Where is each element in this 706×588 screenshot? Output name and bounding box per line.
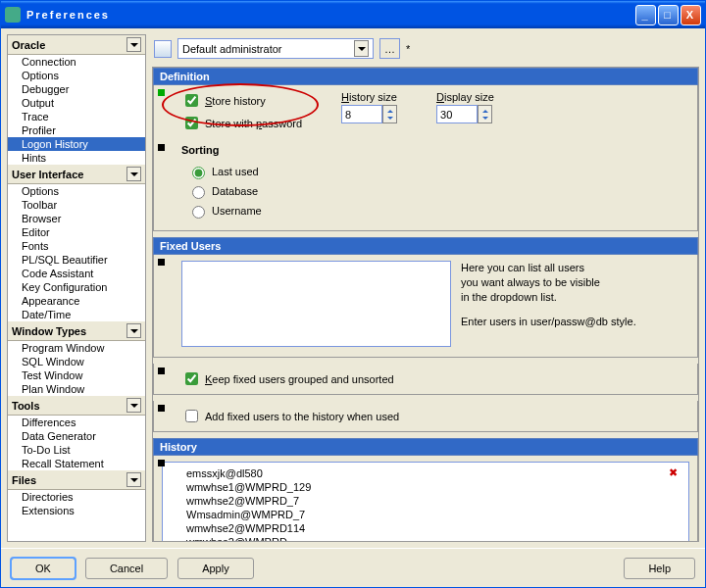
minimize-button[interactable]: _ xyxy=(635,5,656,25)
close-button[interactable]: X xyxy=(681,5,701,25)
tree-category[interactable]: User Interface xyxy=(8,165,145,184)
sort-database-radio[interactable]: Database xyxy=(162,181,689,201)
admin-more-button[interactable]: … xyxy=(379,38,400,59)
section-bullet xyxy=(158,89,165,96)
history-item[interactable]: wmwhse2@WMPRD xyxy=(186,535,665,542)
tree-category[interactable]: Files xyxy=(8,470,145,490)
help-button[interactable]: Help xyxy=(624,558,695,579)
tree-item[interactable]: Profiler xyxy=(8,123,145,137)
tree-item[interactable]: Code Assistant xyxy=(8,267,145,280)
tree-item[interactable]: To-Do List xyxy=(8,443,145,457)
section-bullet xyxy=(158,144,165,151)
sorting-label: Sorting xyxy=(162,142,689,162)
cancel-button[interactable]: Cancel xyxy=(85,558,168,579)
section-bullet xyxy=(158,368,165,374)
section-bullet xyxy=(158,405,165,412)
tree-item[interactable]: Trace xyxy=(8,110,145,123)
chevron-down-icon[interactable] xyxy=(354,40,369,57)
fixed-users-textarea[interactable] xyxy=(181,261,451,347)
tree-item[interactable]: Logon History xyxy=(8,137,145,151)
tree-item[interactable]: Program Window xyxy=(8,341,145,355)
sort-username-radio[interactable]: Username xyxy=(162,201,689,220)
tree-item[interactable]: Data Generator xyxy=(8,429,145,443)
admin-combo[interactable]: Default administrator xyxy=(177,38,374,59)
tree-item[interactable]: Directories xyxy=(8,490,145,504)
tree-item[interactable]: PL/SQL Beautifier xyxy=(8,253,145,267)
category-tree[interactable]: OracleConnectionOptionsDebuggerOutputTra… xyxy=(7,34,146,542)
store-history-check[interactable]: SStore historytore history xyxy=(181,91,302,110)
admin-label: Default administrator xyxy=(182,43,282,55)
tree-item[interactable]: Output xyxy=(8,96,145,110)
ok-button[interactable]: OK xyxy=(11,558,76,579)
tree-item[interactable]: Hints xyxy=(8,151,145,165)
modified-star: * xyxy=(406,43,410,55)
store-password-check[interactable]: Store with password xyxy=(181,114,302,132)
chevron-down-icon[interactable] xyxy=(126,398,141,413)
settings-panel[interactable]: Definition SStore historytore history St… xyxy=(152,67,699,542)
definition-header: Definition xyxy=(153,68,698,85)
tree-item[interactable]: SQL Window xyxy=(8,355,145,368)
tree-item[interactable]: Debugger xyxy=(8,82,145,96)
window-title: Preferences xyxy=(26,9,110,21)
add-to-history-check[interactable]: Add fixed users to the history when used xyxy=(162,407,689,425)
history-header: History xyxy=(153,438,698,456)
tree-item[interactable]: Key Configuration xyxy=(8,280,145,294)
section-bullet xyxy=(158,259,165,266)
tree-item[interactable]: Test Window xyxy=(8,368,145,382)
tree-item[interactable]: Editor xyxy=(8,225,145,239)
display-size-label: Display size xyxy=(436,91,494,103)
maximize-button[interactable]: □ xyxy=(658,5,679,25)
history-size-spinner[interactable] xyxy=(341,105,397,123)
fixed-users-hint: Here you can list all usersyou want alwa… xyxy=(461,261,636,347)
tree-item[interactable]: Options xyxy=(8,184,145,198)
tree-item[interactable]: Recall Statement xyxy=(8,457,145,470)
history-item[interactable]: wmwhse2@WMPRD114 xyxy=(186,521,665,535)
history-item[interactable]: wmwhse2@WMPRD_7 xyxy=(186,494,665,508)
apply-button[interactable]: Apply xyxy=(177,558,254,579)
chevron-down-icon[interactable] xyxy=(126,323,141,338)
tree-item[interactable]: Extensions xyxy=(8,504,145,517)
keep-grouped-check[interactable]: Keep fixed users grouped and unsorted xyxy=(162,369,689,388)
history-item[interactable]: Wmsadmin@WMPRD_7 xyxy=(186,508,665,521)
chevron-down-icon[interactable] xyxy=(126,37,141,52)
history-item[interactable]: wmwhse1@WMPRD_129 xyxy=(186,480,665,494)
admin-icon xyxy=(154,40,172,58)
tree-item[interactable]: Browser xyxy=(8,212,145,225)
tree-category[interactable]: Window Types xyxy=(8,321,145,341)
section-bullet xyxy=(158,460,165,466)
display-size-spinner[interactable] xyxy=(436,105,494,123)
chevron-down-icon[interactable] xyxy=(126,167,141,181)
tree-category[interactable]: Tools xyxy=(8,396,145,416)
tree-item[interactable]: Options xyxy=(8,69,145,82)
fixed-users-header: Fixed Users xyxy=(153,237,698,255)
tree-item[interactable]: Toolbar xyxy=(8,198,145,212)
delete-history-icon[interactable]: ✖ xyxy=(669,463,688,542)
tree-category[interactable]: Oracle xyxy=(8,35,145,55)
app-icon xyxy=(5,7,21,23)
history-list[interactable]: emssxjk@dl580wmwhse1@WMPRD_129wmwhse2@WM… xyxy=(182,463,669,542)
history-size-label: History size xyxy=(341,91,397,103)
tree-item[interactable]: Plan Window xyxy=(8,382,145,396)
sort-lastused-radio[interactable]: Last used xyxy=(162,162,689,181)
tree-item[interactable]: Appearance xyxy=(8,294,145,308)
tree-item[interactable]: Date/Time xyxy=(8,308,145,321)
tree-item[interactable]: Connection xyxy=(8,55,145,69)
history-item[interactable]: emssxjk@dl580 xyxy=(186,466,665,480)
chevron-down-icon[interactable] xyxy=(126,472,141,487)
titlebar: Preferences _ □ X xyxy=(1,1,705,28)
tree-item[interactable]: Fonts xyxy=(8,239,145,253)
tree-item[interactable]: Differences xyxy=(8,416,145,429)
